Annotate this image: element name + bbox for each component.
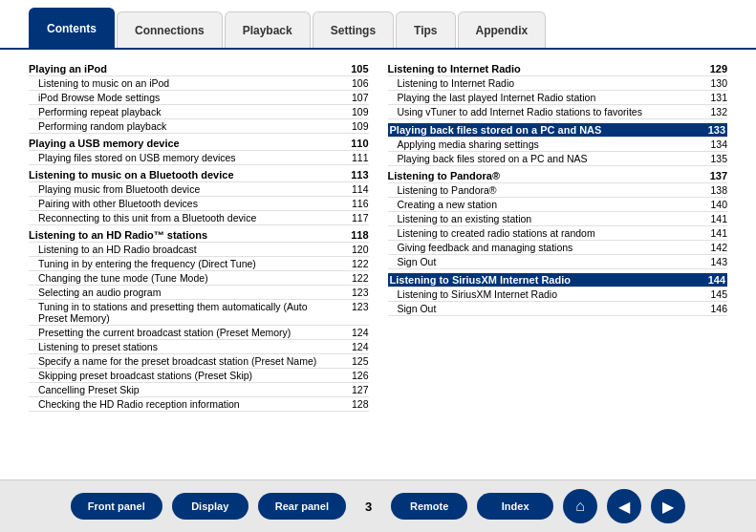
tab-bar: Contents Connections Playback Settings T… bbox=[0, 0, 756, 50]
left-column: Playing an iPod105Listening to music on … bbox=[29, 59, 369, 470]
toc-item[interactable]: Performing repeat playback109 bbox=[29, 105, 369, 119]
toc-item[interactable]: Listening to Pandora®138 bbox=[388, 183, 728, 198]
section-page: 129 bbox=[701, 63, 727, 74]
toc-item-page: 124 bbox=[342, 327, 369, 338]
toc-item-label: Checking the HD Radio reception informat… bbox=[38, 398, 342, 410]
toc-item[interactable]: Specify a name for the preset broadcast … bbox=[29, 354, 369, 369]
toc-item[interactable]: Playing music from Bluetooth device114 bbox=[29, 182, 369, 197]
front-panel-button[interactable]: Front panel bbox=[71, 493, 162, 520]
toc-item-label: Selecting an audio program bbox=[38, 287, 342, 298]
toc-item[interactable]: Cancelling Preset Skip127 bbox=[29, 383, 369, 397]
rear-panel-button[interactable]: Rear panel bbox=[258, 493, 346, 520]
toc-item-page: 141 bbox=[701, 213, 727, 224]
tab-appendix[interactable]: Appendix bbox=[458, 11, 547, 48]
section-page: 118 bbox=[342, 229, 369, 241]
toc-item-page: 140 bbox=[701, 199, 727, 210]
toc-item[interactable]: iPod Browse Mode settings107 bbox=[29, 91, 369, 105]
toc-item-label: Performing random playback bbox=[38, 120, 342, 132]
section-label: Playing back files stored on a PC and NA… bbox=[390, 124, 602, 136]
display-button[interactable]: Display bbox=[172, 493, 248, 520]
toc-item[interactable]: Pairing with other Bluetooth devices116 bbox=[29, 197, 369, 211]
right-column: Listening to Internet Radio129Listening … bbox=[388, 59, 728, 470]
toc-item-label: Sign Out bbox=[398, 303, 702, 314]
toc-item-page: 107 bbox=[342, 92, 369, 103]
toc-item[interactable]: Tuning in to stations and presetting the… bbox=[29, 300, 369, 326]
toc-item-page: 135 bbox=[701, 153, 727, 164]
section-page: 144 bbox=[699, 274, 725, 286]
toc-item[interactable]: Reconnecting to this unit from a Bluetoo… bbox=[29, 211, 369, 225]
toc-item[interactable]: Creating a new station140 bbox=[388, 198, 728, 212]
section-label: Listening to SiriusXM Internet Radio bbox=[390, 274, 571, 286]
toc-item[interactable]: Playing back files stored on a PC and NA… bbox=[388, 152, 728, 166]
toc-item-page: 130 bbox=[701, 77, 727, 89]
toc-item[interactable]: Listening to music on an iPod106 bbox=[29, 76, 369, 91]
toc-item-page: 125 bbox=[342, 355, 369, 367]
toc-item-page: 123 bbox=[342, 287, 369, 298]
remote-button[interactable]: Remote bbox=[391, 493, 467, 520]
tab-playback[interactable]: Playback bbox=[225, 11, 311, 48]
toc-item-page: 117 bbox=[342, 212, 369, 223]
back-icon-button[interactable]: ◀ bbox=[607, 489, 641, 523]
toc-item[interactable]: Performing random playback109 bbox=[29, 119, 369, 134]
toc-item[interactable]: Sign Out143 bbox=[388, 255, 728, 269]
toc-section: Listening to Internet Radio129 bbox=[388, 63, 728, 76]
toc-item-label: Playing music from Bluetooth device bbox=[38, 183, 342, 195]
toc-item-page: 122 bbox=[342, 272, 369, 284]
toc-item[interactable]: Giving feedback and managing stations142 bbox=[388, 241, 728, 255]
toc-item-page: 146 bbox=[701, 303, 727, 314]
toc-item[interactable]: Skipping preset broadcast stations (Pres… bbox=[29, 369, 369, 383]
section-page: 133 bbox=[699, 124, 725, 136]
toc-item[interactable]: Selecting an audio program123 bbox=[29, 286, 369, 300]
toc-item-label: Listening to an existing station bbox=[398, 213, 702, 224]
toc-item[interactable]: Playing files stored on USB memory devic… bbox=[29, 151, 369, 165]
section-page: 113 bbox=[342, 169, 369, 181]
index-button[interactable]: Index bbox=[477, 493, 553, 520]
toc-item[interactable]: Sign Out146 bbox=[388, 302, 728, 316]
toc-item[interactable]: Listening to created radio stations at r… bbox=[388, 226, 728, 241]
tab-settings[interactable]: Settings bbox=[313, 11, 394, 48]
toc-item[interactable]: Listening to preset stations124 bbox=[29, 340, 369, 354]
toc-item-label: Listening to Pandora® bbox=[398, 184, 702, 196]
section-label: Listening to music on a Bluetooth device bbox=[29, 169, 234, 181]
toc-item-label: Reconnecting to this unit from a Bluetoo… bbox=[38, 212, 342, 223]
toc-item[interactable]: Listening to an HD Radio broadcast120 bbox=[29, 243, 369, 257]
tab-connections[interactable]: Connections bbox=[117, 11, 223, 48]
toc-item[interactable]: Listening to SiriusXM Internet Radio145 bbox=[388, 287, 728, 302]
content-area: Playing an iPod105Listening to music on … bbox=[0, 50, 756, 479]
toc-item-label: Listening to SiriusXM Internet Radio bbox=[398, 288, 702, 300]
toc-item[interactable]: Checking the HD Radio reception informat… bbox=[29, 397, 369, 412]
toc-item-page: 143 bbox=[701, 256, 727, 267]
toc-item-page: 123 bbox=[342, 301, 369, 312]
toc-item-page: 134 bbox=[701, 138, 727, 150]
toc-item-page: 145 bbox=[701, 288, 727, 300]
toc-item-page: 128 bbox=[342, 398, 369, 410]
toc-item-label: Using vTuner to add Internet Radio stati… bbox=[398, 106, 702, 117]
forward-icon-button[interactable]: ▶ bbox=[651, 489, 685, 523]
toc-item[interactable]: Playing the last played Internet Radio s… bbox=[388, 91, 728, 105]
toc-item-label: Playing files stored on USB memory devic… bbox=[38, 152, 342, 163]
toc-item[interactable]: Listening to Internet Radio130 bbox=[388, 76, 728, 91]
toc-item[interactable]: Applying media sharing settings134 bbox=[388, 138, 728, 152]
toc-item[interactable]: Using vTuner to add Internet Radio stati… bbox=[388, 105, 728, 119]
toc-item-page: 132 bbox=[701, 106, 727, 117]
toc-item-page: 109 bbox=[342, 120, 369, 132]
toc-item-page: 126 bbox=[342, 370, 369, 381]
toc-item-label: Pairing with other Bluetooth devices bbox=[38, 198, 342, 209]
toc-item-label: Changing the tune mode (Tune Mode) bbox=[38, 272, 342, 284]
section-label: Playing an iPod bbox=[29, 63, 107, 74]
tab-contents[interactable]: Contents bbox=[29, 8, 115, 48]
toc-item[interactable]: Presetting the current broadcast station… bbox=[29, 326, 369, 340]
section-label: Listening to Pandora® bbox=[388, 170, 501, 181]
toc-section-highlight: Playing back files stored on a PC and NA… bbox=[388, 123, 728, 138]
toc-item-label: Specify a name for the preset broadcast … bbox=[38, 355, 342, 367]
tab-tips[interactable]: Tips bbox=[396, 11, 455, 48]
toc-item-label: Presetting the current broadcast station… bbox=[38, 327, 342, 338]
toc-item-page: 120 bbox=[342, 244, 369, 255]
toc-item-label: Playing back files stored on a PC and NA… bbox=[398, 153, 702, 164]
home-icon-button[interactable]: ⌂ bbox=[563, 489, 597, 523]
toc-item-label: Skipping preset broadcast stations (Pres… bbox=[38, 370, 342, 381]
toc-item[interactable]: Tuning in by entering the frequency (Dir… bbox=[29, 257, 369, 271]
toc-item[interactable]: Changing the tune mode (Tune Mode)122 bbox=[29, 271, 369, 286]
toc-section: Playing an iPod105 bbox=[29, 63, 369, 76]
toc-item[interactable]: Listening to an existing station141 bbox=[388, 212, 728, 226]
